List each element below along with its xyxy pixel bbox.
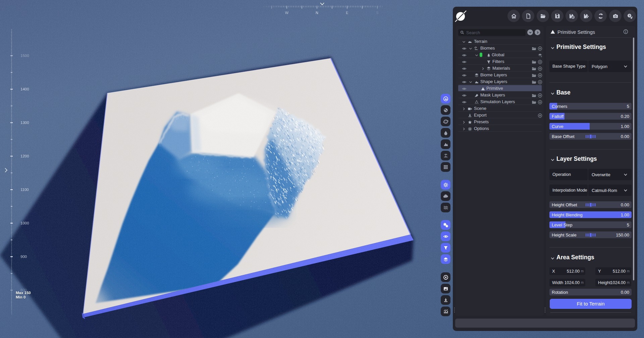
svg-text:1300: 1300 bbox=[20, 121, 29, 125]
svg-text:1500: 1500 bbox=[20, 54, 29, 58]
svg-text:E: E bbox=[346, 11, 348, 15]
svg-text:W: W bbox=[285, 11, 289, 15]
svg-text:1000: 1000 bbox=[20, 221, 29, 225]
svg-text:1400: 1400 bbox=[20, 87, 29, 91]
svg-text:N: N bbox=[316, 11, 318, 15]
svg-text:1100: 1100 bbox=[20, 188, 29, 192]
svg-text:?: ? bbox=[628, 14, 630, 17]
svg-text:1200: 1200 bbox=[20, 154, 29, 158]
svg-text:900: 900 bbox=[20, 255, 27, 259]
svg-text:S: S bbox=[376, 11, 378, 15]
